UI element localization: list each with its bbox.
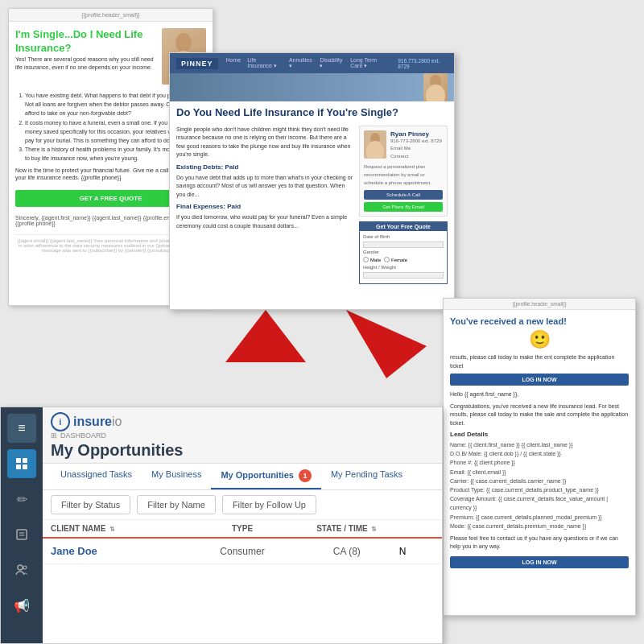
section2-text: If you died tomorrow, who would pay for … xyxy=(176,213,353,230)
lead-greeting: Hello {{ agent.first_name }}, xyxy=(450,390,629,399)
nav-home[interactable]: Home xyxy=(226,57,242,69)
dob-field-label: Date of Birth xyxy=(363,234,444,239)
svg-rect-13 xyxy=(23,464,27,469)
article-title: Do You Need Life Insurance if You're Sin… xyxy=(170,101,454,122)
gender-female-radio[interactable]: Female xyxy=(384,257,407,262)
tab-my-pending-tasks[interactable]: My Pending Tasks xyxy=(321,464,412,489)
section2-title: Final Expenses: Paid xyxy=(176,202,353,212)
lead-card-header: {{profile.header_small}} xyxy=(444,299,635,310)
col-header-client: CLIENT NAME ⇅ xyxy=(51,524,190,533)
nav-items: Home Life Insurance ▾ Annuities ▾ Disabi… xyxy=(226,57,390,69)
sidebar-icon-dashboard[interactable] xyxy=(7,449,36,478)
height-field-label: Height / Weight xyxy=(363,265,444,270)
svg-rect-10 xyxy=(16,458,21,463)
logo-text: insureio xyxy=(73,415,122,429)
lead-name: Name: {{ client.first_name }} {{ client.… xyxy=(450,440,629,449)
dashboard-tabs: Unassigned Tasks My Business My Opportun… xyxy=(43,464,442,490)
extra-cell: N xyxy=(399,546,434,557)
sidebar-email[interactable]: Email Me xyxy=(390,145,442,153)
svg-marker-2 xyxy=(225,310,306,362)
tab-unassigned-tasks[interactable]: Unassigned Tasks xyxy=(51,464,142,489)
nav-life[interactable]: Life Insurance ▾ xyxy=(247,57,283,69)
sidebar-icon-edit[interactable]: ✏ xyxy=(7,485,36,514)
dashboard-panel: ≡ ✏ 📢 xyxy=(0,407,443,644)
section-label: ⊞ DASHBOARD xyxy=(51,431,434,440)
lead-product: Product Type: {{ case.current_details.pr… xyxy=(450,485,629,494)
tab-my-business[interactable]: My Business xyxy=(142,464,211,489)
quote-box: Get Your Free Quote Date of Birth Gender… xyxy=(359,221,448,284)
svg-point-17 xyxy=(18,565,23,570)
col-header-state: STATE / TIME ⇅ xyxy=(295,524,399,533)
article-navbar: PINNEY Home Life Insurance ▾ Annuities ▾… xyxy=(170,53,454,73)
lead-mode: Mode: {{ case.current_details.premium_mo… xyxy=(450,522,629,530)
gender-field-label: Gender xyxy=(363,250,444,254)
sort-icon-state[interactable]: ⇅ xyxy=(371,526,377,533)
filter-bar: Filter by Status Filter by Name Filter b… xyxy=(43,490,442,520)
sidebar-description: Request a personalized plan recommendati… xyxy=(364,163,443,187)
sidebar-icon-menu[interactable]: ≡ xyxy=(7,414,36,443)
sort-icon-client[interactable]: ⇅ xyxy=(109,526,115,533)
lead-teaser-text: results, please call today to make the e… xyxy=(450,353,629,370)
lead-phone: Phone #: {{ client.phone }} xyxy=(450,458,629,467)
sidebar-agent-name: Ryan Pinney xyxy=(390,130,442,138)
dob-input[interactable] xyxy=(363,242,444,248)
insureio-logo: i insureio xyxy=(51,412,434,431)
lead-closing-text: Please feel free to contact us if you ha… xyxy=(450,535,629,551)
dashboard-topbar: i insureio ⊞ DASHBOARD My Opportunities xyxy=(43,407,442,464)
dashboard-icon: ⊞ xyxy=(51,431,57,440)
nav-longterm[interactable]: Long Term Care ▾ xyxy=(350,57,390,69)
table-header: CLIENT NAME ⇅ TYPE STATE / TIME ⇅ xyxy=(43,520,442,539)
sidebar-icon-users[interactable] xyxy=(7,555,36,584)
col-header-type: TYPE xyxy=(190,524,295,533)
table-row[interactable]: Jane Doe Consumer CA (8) N xyxy=(43,539,442,564)
opportunities-badge: 1 xyxy=(299,469,312,482)
article-header-image xyxy=(170,73,454,101)
dashboard-sidebar: ≡ ✏ 📢 xyxy=(1,407,43,643)
svg-point-18 xyxy=(23,566,27,569)
sidebar-connect[interactable]: Connect xyxy=(390,153,442,161)
svg-point-4 xyxy=(175,33,192,52)
tab-my-opportunities[interactable]: My Opportunities 1 xyxy=(211,464,321,489)
email-header: {{profile.header_small}} xyxy=(9,9,213,22)
get-plans-button[interactable]: Get Plans By Email xyxy=(364,202,443,212)
lead-email: Email: {{ client.email }} xyxy=(450,468,629,477)
nav-disability[interactable]: Disability ▾ xyxy=(320,57,344,69)
filter-by-followup-button[interactable]: Filter by Follow Up xyxy=(222,495,316,514)
sidebar-icon-contact[interactable] xyxy=(7,520,36,549)
svg-rect-11 xyxy=(23,458,27,463)
client-name-cell: Jane Doe xyxy=(51,545,190,557)
article-main-text: Single people who don't have children mi… xyxy=(176,126,353,285)
filter-by-status-button[interactable]: Filter by Status xyxy=(51,495,130,514)
lead-details-title: Lead Details xyxy=(450,431,629,438)
col-header-extra xyxy=(399,524,434,533)
section1-title: Existing Debts: Paid xyxy=(176,163,353,172)
nav-phone: 916.773.2800 ext. 8729 xyxy=(398,58,448,69)
schedule-call-button[interactable]: Schedule A Call xyxy=(364,190,443,200)
lead-dob: D.O.B/ Male: {{ client.dob }} / {{ clien… xyxy=(450,449,629,458)
lead-premium: Premium: {{ case.current_details.planned… xyxy=(450,513,629,522)
page-title: My Opportunities xyxy=(51,441,434,460)
type-cell: Consumer xyxy=(190,546,295,557)
gender-male-radio[interactable]: Male xyxy=(363,257,381,262)
pinney-logo: PINNEY xyxy=(176,58,218,69)
sidebar-icon-megaphone[interactable]: 📢 xyxy=(7,591,36,620)
nav-annuities[interactable]: Annuities ▾ xyxy=(289,57,313,69)
lead-carrier: Carrier: {{ case.current_details.carrier… xyxy=(450,477,629,485)
svg-marker-3 xyxy=(346,310,427,378)
lead-title: You've received a new lead! xyxy=(450,316,629,326)
lead-coverage: Coverage Amount: {{ case.current_details… xyxy=(450,494,629,512)
dashboard-main: i insureio ⊞ DASHBOARD My Opportunities … xyxy=(43,407,442,643)
lead-body-text: Congratulations, you've received a new l… xyxy=(450,402,629,428)
state-cell: CA (8) xyxy=(295,546,399,557)
article-sidebar: Ryan Pinney 916-773-2800 ext. 8729 Email… xyxy=(359,126,448,285)
sidebar-profile: Ryan Pinney 916-773-2800 ext. 8729 Email… xyxy=(359,126,448,217)
filter-by-name-button[interactable]: Filter by Name xyxy=(137,495,216,514)
logo-circle-icon: i xyxy=(51,412,70,431)
quote-title: Get Your Free Quote xyxy=(360,222,447,231)
lead-notification-card: {{profile.header_small}} You've received… xyxy=(443,298,636,616)
login-now-button-2[interactable]: LOG IN NOW xyxy=(450,556,629,568)
height-input[interactable] xyxy=(363,272,444,279)
section1-text: Do you have debt that adds up to more th… xyxy=(176,174,353,200)
login-now-button-1[interactable]: LOG IN NOW xyxy=(450,374,629,386)
article-content: Single people who don't have children mi… xyxy=(170,122,454,288)
